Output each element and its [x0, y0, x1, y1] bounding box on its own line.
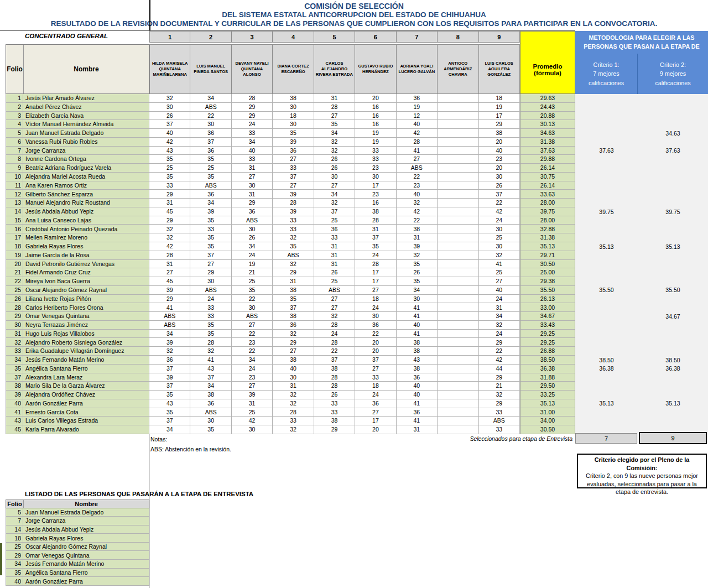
cell-criterio1	[575, 233, 638, 242]
cell-score: 38	[479, 129, 520, 138]
cell-score: 24	[355, 303, 396, 312]
cell-criterio2	[638, 373, 708, 382]
cell-score: 30	[479, 242, 520, 251]
criterio1-line2: 7 mejores	[593, 69, 619, 78]
cell-score: 21	[232, 268, 273, 277]
cell-score: 33	[479, 425, 520, 434]
criterio2-count-box-selected: 9	[639, 432, 707, 444]
listado-cell-nombre: Juan Manuel Estrada Delgado	[23, 508, 149, 517]
cell-criterio1	[575, 312, 638, 321]
cell-score: 33	[149, 181, 190, 190]
cell-score: 19	[355, 129, 396, 138]
cell-nombre: Angélica Santana Fierro	[23, 365, 149, 373]
listado-cell-nombre: Jesús Abdala Abbud Yepiz	[23, 525, 149, 534]
cell-criterio2: 34.63	[638, 129, 708, 138]
cell-score	[438, 330, 478, 339]
cell-score: 34	[190, 199, 231, 207]
criterio1-count-box: 7	[575, 433, 637, 444]
cell-score: 29	[232, 103, 273, 112]
cell-score: 32	[314, 199, 355, 207]
cell-score: 35	[314, 120, 355, 129]
cell-promedio: 33.25	[520, 391, 575, 399]
cell-score: 38	[314, 417, 355, 425]
cell-score: 32	[273, 391, 314, 399]
cell-score: 40	[397, 391, 438, 399]
cell-criterio1	[575, 199, 638, 207]
cell-score: 41	[149, 303, 190, 312]
listado-cell-folio: 40	[6, 577, 23, 586]
cell-score: 42	[149, 242, 190, 251]
cell-score: 35	[190, 233, 231, 242]
table-row: 16Cristóbal Antonio Peinado Quezada32333…	[6, 225, 708, 233]
cell-score: 32	[273, 399, 314, 408]
cell-score	[438, 260, 478, 269]
table-row: 13Manuel Alejandro Ruiz Roustand31342928…	[6, 199, 708, 207]
cell-score: 36	[397, 373, 438, 382]
cell-score: 41	[397, 303, 438, 312]
evaluator-name: DIANA CORTEZ ESCAREÑO	[273, 44, 314, 94]
cell-score: 25	[232, 408, 273, 417]
cell-nombre: Jaime García de la Rosa	[23, 251, 149, 260]
cell-score: 33	[355, 373, 396, 382]
cell-score: 29	[479, 373, 520, 382]
cell-score	[438, 425, 478, 434]
cell-score: 35	[397, 260, 438, 269]
listado-cell-folio: 34	[6, 560, 23, 569]
cell-promedio: 29.25	[520, 330, 575, 339]
cell-score: 17	[355, 268, 396, 277]
cell-score	[438, 408, 478, 417]
cell-score: 35	[273, 242, 314, 251]
seleccionados-label: Seleccionados para etapa de Entrevista	[382, 435, 572, 442]
cell-score	[438, 268, 478, 277]
cell-criterio2: 34.67	[638, 312, 708, 321]
cell-score: 37	[314, 207, 355, 216]
cell-score: 38	[314, 365, 355, 373]
table-row: 37Alexandra Lara Meraz393723302833362931…	[6, 373, 708, 382]
cell-score: 18	[355, 382, 396, 391]
cell-score: 32	[479, 321, 520, 330]
table-row: 38Mario Sila De la Garza Álvarez37342731…	[6, 382, 708, 391]
cell-promedio: 32.88	[520, 225, 575, 233]
cell-promedio: 26.14	[520, 164, 575, 173]
cell-score: 44	[479, 365, 520, 373]
cell-score	[438, 181, 478, 190]
cell-score: 36	[397, 408, 438, 417]
cell-score: 31	[273, 382, 314, 391]
cell-criterio2	[638, 391, 708, 399]
cell-folio: 14	[6, 207, 23, 216]
cell-score: 30	[190, 120, 231, 129]
cell-score: ABS	[273, 251, 314, 260]
cell-criterio2	[638, 216, 708, 225]
cell-score: 34	[190, 94, 231, 103]
table-row: 1Jesús Pilar Amado Álvarez32342838312036…	[6, 94, 708, 103]
cell-criterio1	[575, 408, 638, 417]
cell-score: 45	[149, 277, 190, 286]
cell-score: ABS	[149, 312, 190, 321]
cell-score	[438, 382, 478, 391]
cell-score	[438, 295, 478, 304]
cell-score	[438, 391, 478, 399]
cell-nombre: Omar Venegas Quintana	[23, 312, 149, 321]
criterio2-line3: calificaciones	[655, 79, 690, 87]
cell-folio: 9	[6, 164, 23, 173]
cell-score: 24	[479, 330, 520, 339]
cell-folio: 5	[6, 129, 23, 138]
cell-criterio1	[575, 391, 638, 399]
cell-criterio2	[638, 103, 708, 112]
cell-score: 24	[314, 330, 355, 339]
cell-score: 30	[397, 295, 438, 304]
cell-score: 30	[479, 173, 520, 181]
cell-score: 32	[149, 233, 190, 242]
cell-score: 33	[273, 216, 314, 225]
cell-score: 17	[355, 181, 396, 190]
cell-score: 38	[397, 365, 438, 373]
column-divider-line-lower	[149, 434, 150, 588]
cell-criterio1: 35.50	[575, 286, 638, 295]
cell-score: 27	[273, 347, 314, 356]
criterio2-line1: Criterio 2:	[660, 60, 686, 69]
cell-score	[438, 303, 478, 312]
cell-score: ABS	[190, 408, 231, 417]
cell-criterio1	[575, 173, 638, 181]
cell-nombre: Elizabeth García Nava	[23, 112, 149, 121]
cell-score: 39	[232, 391, 273, 399]
